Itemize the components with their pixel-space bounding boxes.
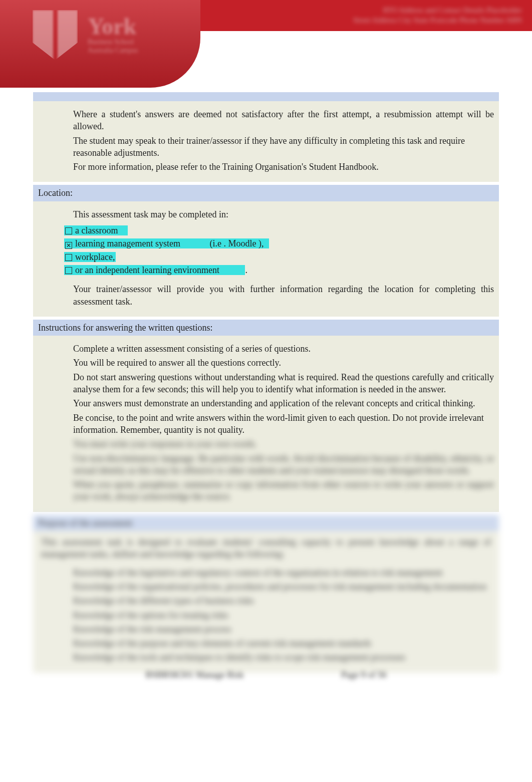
pre-item: For more information, please refer to th… bbox=[58, 161, 494, 173]
location-option: workplace, bbox=[64, 251, 494, 263]
purpose-item: Knowledge of the tools and techniques to… bbox=[58, 651, 494, 663]
footer-page: Page 9 of 56 bbox=[341, 670, 386, 680]
institution-name: York bbox=[88, 15, 138, 38]
section-header-purpose: Purpose of the assessment bbox=[33, 515, 499, 531]
section-header-pre bbox=[33, 92, 499, 101]
institution-sub2: Australia Campus bbox=[88, 47, 138, 55]
instruction-item-blurred: You must write your responses in your ow… bbox=[58, 438, 494, 450]
header-right-1: RTO Address and Contact Details Placehol… bbox=[353, 5, 522, 15]
location-tail: Your trainer/assessor will provide you w… bbox=[58, 283, 494, 308]
header-right-2: Street Address City State Postcode Phone… bbox=[353, 15, 522, 25]
location-option: learning management system (i.e . Moodle… bbox=[64, 237, 494, 249]
shield-icon bbox=[33, 10, 78, 60]
purpose-item: Knowledge of the different types of busi… bbox=[58, 595, 494, 607]
location-option: or an independent learning environment . bbox=[64, 264, 494, 276]
instruction-item: Complete a written assessment consisting… bbox=[58, 343, 494, 355]
purpose-item: Knowledge of the legislative and regulat… bbox=[58, 567, 494, 579]
instruction-item-blurred: When you quote, paraphrase, summarise or… bbox=[58, 478, 494, 503]
instruction-item: Your answers must demonstrate an underst… bbox=[58, 397, 494, 409]
institution-logo: York Business School Australia Campus bbox=[33, 10, 138, 60]
purpose-lead: This assessment task is designed to eval… bbox=[38, 536, 494, 565]
purpose-item: Knowledge of the options for treating ri… bbox=[58, 609, 494, 621]
footer-unit: BSBRSK501 Manage Risk bbox=[145, 670, 243, 680]
institution-sub1: Business School bbox=[88, 38, 138, 47]
location-option: a classroom bbox=[64, 224, 494, 236]
purpose-item: Knowledge of the risk management process bbox=[58, 623, 494, 635]
instruction-item: You will be required to answer all the q… bbox=[58, 357, 494, 369]
section-header-instructions: Instructions for answering the written q… bbox=[33, 320, 499, 336]
purpose-item: Knowledge of the purpose and key element… bbox=[58, 637, 494, 649]
instruction-item: Do not start answering questions without… bbox=[58, 371, 494, 396]
pre-item: Where a student's answers are deemed not… bbox=[58, 108, 494, 133]
location-lead: This assessment task may be completed in… bbox=[58, 208, 494, 220]
purpose-item: Knowledge of the organisational policies… bbox=[58, 581, 494, 593]
section-header-location: Location: bbox=[33, 185, 499, 201]
instruction-item: Be concise, to the point and write answe… bbox=[58, 412, 494, 436]
instruction-item-blurred: Use non-discriminatory language. Be part… bbox=[58, 452, 494, 477]
pre-item: The student may speak to their trainer/a… bbox=[58, 135, 494, 159]
